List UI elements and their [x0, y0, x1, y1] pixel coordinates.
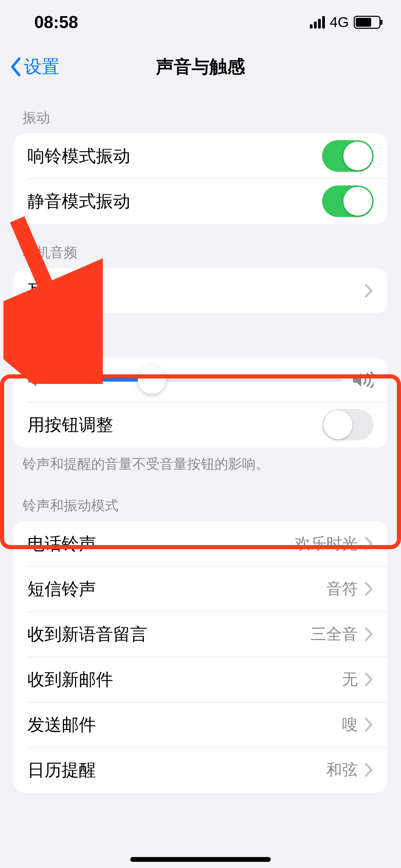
- chevron-right-icon: [365, 537, 374, 551]
- network-label: 4G: [330, 14, 349, 31]
- chevron-right-icon: [365, 582, 374, 596]
- row-label: 电话铃声: [27, 532, 96, 555]
- slider-thumb[interactable]: [138, 366, 166, 394]
- row-value: 音符: [326, 578, 358, 600]
- chevron-right-icon: [365, 672, 374, 687]
- row-label: 耳机安全: [27, 279, 96, 302]
- row-volume-slider[interactable]: [14, 358, 387, 402]
- toggle-silent-vibrate[interactable]: [322, 185, 374, 217]
- row-label: 用按钮调整: [27, 413, 113, 436]
- row-calendar-alerts[interactable]: 日历提醒 和弦: [14, 747, 387, 793]
- row-text-tone[interactable]: 短信铃声 音符: [14, 566, 387, 612]
- chevron-right-icon: [365, 763, 374, 777]
- row-value: 无: [342, 669, 358, 690]
- group-vibration: 响铃模式振动 静音模式振动: [14, 133, 387, 224]
- nav-header: 设置 声音与触感: [0, 45, 401, 89]
- row-label: 收到新邮件: [27, 668, 113, 691]
- row-change-with-buttons[interactable]: 用按钮调整: [14, 402, 387, 447]
- status-right: 4G: [310, 14, 380, 31]
- row-label: 短信铃声: [27, 578, 96, 601]
- row-value: 欢乐时光: [295, 533, 358, 554]
- signal-icon: [310, 16, 325, 28]
- row-ring-vibrate[interactable]: 响铃模式振动: [14, 133, 387, 179]
- row-sent-mail[interactable]: 发送邮件 嗖: [14, 702, 387, 747]
- back-button[interactable]: 设置: [10, 55, 60, 79]
- battery-icon: [354, 16, 380, 29]
- content-scroll[interactable]: 振动 响铃模式振动 静音模式振动 耳机音频 耳机安全 铃声和提醒: [0, 89, 401, 793]
- status-bar: 08:58 4G: [0, 0, 401, 45]
- row-label: 响铃模式振动: [27, 145, 130, 168]
- row-value: 和弦: [326, 759, 358, 781]
- section-header-headphone-audio: 耳机音频: [14, 224, 387, 268]
- section-header-sounds-patterns: 铃声和振动模式: [14, 477, 387, 521]
- group-headphone-audio: 耳机安全: [14, 268, 387, 313]
- row-ringtone[interactable]: 电话铃声 欢乐时光: [14, 521, 387, 566]
- status-time: 08:58: [34, 12, 78, 32]
- toggle-change-with-buttons[interactable]: [322, 409, 374, 441]
- row-silent-vibrate[interactable]: 静音模式振动: [14, 179, 387, 224]
- section-footer-ringer-alerts: 铃声和提醒的音量不受音量按钮的影响。: [14, 447, 387, 477]
- home-indicator: [130, 857, 271, 862]
- section-header-ringer-alerts: 铃声和提醒: [14, 313, 387, 358]
- chevron-right-icon: [365, 627, 374, 641]
- toggle-ring-vibrate[interactable]: [322, 140, 374, 172]
- volume-high-icon: [352, 372, 374, 388]
- chevron-right-icon: [365, 284, 374, 298]
- row-label: 静音模式振动: [27, 190, 130, 213]
- row-value: 三全音: [311, 624, 358, 645]
- row-label: 发送邮件: [27, 713, 96, 736]
- chevron-left-icon: [10, 57, 22, 76]
- group-sounds-patterns: 电话铃声 欢乐时光 短信铃声 音符 收到新语音留言 三全音 收到新邮件 无: [14, 521, 387, 793]
- volume-low-icon: [27, 372, 39, 387]
- row-value: 嗖: [342, 714, 358, 735]
- row-new-mail[interactable]: 收到新邮件 无: [14, 657, 387, 702]
- section-header-vibration: 振动: [14, 89, 387, 133]
- row-headphone-safety[interactable]: 耳机安全: [14, 268, 387, 313]
- group-ringer-alerts: 用按钮调整: [14, 358, 387, 447]
- page-title: 声音与触感: [156, 55, 245, 79]
- row-label: 收到新语音留言: [27, 623, 147, 646]
- row-new-voicemail[interactable]: 收到新语音留言 三全音: [14, 612, 387, 657]
- chevron-right-icon: [365, 718, 374, 732]
- volume-slider[interactable]: [49, 378, 342, 382]
- row-label: 日历提醒: [27, 759, 96, 782]
- back-label: 设置: [24, 55, 60, 79]
